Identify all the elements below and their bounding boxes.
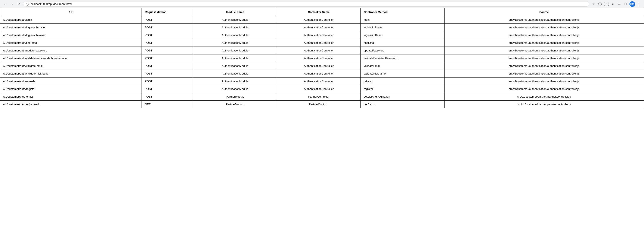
header-module-name: Module Name <box>193 8 277 16</box>
cell-request-method: GET <box>142 101 193 108</box>
cell-controller-name: AuthenticationController <box>277 70 360 77</box>
browser-actions: ☆ ◯ (→) ★ ≣ □ BM ⋮ <box>591 1 642 7</box>
table-row: /v1/customer/partner/partnerI...GETPartn… <box>0 101 644 108</box>
cell-api: /v1/customer/partner/partnerI... <box>0 101 142 108</box>
window-icon[interactable]: □ <box>623 1 628 7</box>
cell-api: /v1/customer/auth/find-email <box>0 39 142 47</box>
cell-controller-method: validateEmail <box>361 62 444 70</box>
table-row: /v1/customer/auth/validate-emailPOSTAuth… <box>0 62 644 70</box>
header-controller-method: Controller Method <box>361 8 444 16</box>
cell-controller-name: AuthenticationController <box>277 85 360 93</box>
table-row: /v1/customer/auth/registerPOSTAuthentica… <box>0 85 644 93</box>
cell-source: src/v1/customer/authentication/authentic… <box>444 31 644 39</box>
cell-api: /v1/customer/auth/refresh <box>0 77 142 85</box>
cell-controller-name: AuthenticationController <box>277 62 360 70</box>
cell-controller-method: loginWithKakao <box>361 31 444 39</box>
cell-request-method: POST <box>142 85 193 93</box>
table-row: /v1/customer/auth/refreshPOSTAuthenticat… <box>0 77 644 85</box>
cell-source: src/v1/customer/authentication/authentic… <box>444 39 644 47</box>
api-table: API Request Method Module Name Controlle… <box>0 8 644 108</box>
table-row: /v1/customer/auth/update-passwordPOSTAut… <box>0 47 644 54</box>
cell-api: /v1/customer/auth/register <box>0 85 142 93</box>
extension-icon[interactable]: ★ <box>610 1 615 7</box>
cell-api: /v1/customer/auth/update-password <box>0 47 142 54</box>
cell-source: src/v1/customer/partner/partner.controll… <box>444 101 644 108</box>
header-api: API <box>0 8 142 16</box>
cell-module-name: AuthenticationModule <box>193 54 277 62</box>
table-row: /v1/customer/auth/loginPOSTAuthenticatio… <box>0 16 644 24</box>
cell-api: /v1/customer/auth/login-with-kakao <box>0 31 142 39</box>
cell-controller-method: validateNickname <box>361 70 444 77</box>
cell-request-method: POST <box>142 70 193 77</box>
cell-source: src/v1/customer/authentication/authentic… <box>444 24 644 31</box>
cell-controller-method: login <box>361 16 444 24</box>
cell-source: src/v1/customer/authentication/authentic… <box>444 54 644 62</box>
lock-icon: ◯ <box>26 2 29 5</box>
cell-request-method: POST <box>142 54 193 62</box>
cell-request-method: POST <box>142 62 193 70</box>
browser-chrome: ← → ⟳ ◯ localhost:3000/api-document-html… <box>0 0 644 8</box>
tab-search-icon[interactable]: ≣ <box>617 1 622 7</box>
cell-request-method: POST <box>142 93 193 101</box>
cell-controller-name: AuthenticationController <box>277 24 360 31</box>
table-row: /v1/customer/auth/validate-email-and-pho… <box>0 54 644 62</box>
cell-module-name: PartnerModu... <box>193 101 277 108</box>
cell-api: /v1/customer/auth/login-with-naver <box>0 24 142 31</box>
cell-source: src/v1/customer/authentication/authentic… <box>444 70 644 77</box>
cell-api: /v1/customer/partner/list <box>0 93 142 101</box>
address-bar[interactable]: ◯ localhost:3000/api-document-html <box>23 1 589 7</box>
url-text: localhost:3000/api-document-html <box>30 2 72 5</box>
cell-controller-method: findEmail <box>361 39 444 47</box>
table-row: /v1/customer/auth/find-emailPOSTAuthenti… <box>0 39 644 47</box>
cell-controller-name: AuthenticationController <box>277 54 360 62</box>
cell-controller-method: updatePassword <box>361 47 444 54</box>
cell-controller-method: validateEmailAndPassword <box>361 54 444 62</box>
cell-module-name: AuthenticationModule <box>193 31 277 39</box>
reload-button[interactable]: ⟳ <box>16 1 22 7</box>
cell-controller-method: register <box>361 85 444 93</box>
cell-module-name: AuthenticationModule <box>193 85 277 93</box>
page-content: API Request Method Module Name Controlle… <box>0 8 644 108</box>
cell-request-method: POST <box>142 39 193 47</box>
cell-controller-name: AuthenticationController <box>277 39 360 47</box>
header-controller-name: Controller Name <box>277 8 360 16</box>
table-row: /v1/customer/auth/login-with-naverPOSTAu… <box>0 24 644 31</box>
cell-module-name: AuthenticationModule <box>193 62 277 70</box>
cell-controller-method: loginWithNaver <box>361 24 444 31</box>
cell-controller-name: AuthenticationController <box>277 16 360 24</box>
cell-api: /v1/customer/auth/validate-nickname <box>0 70 142 77</box>
history-icon[interactable]: ◯ <box>598 1 602 7</box>
cell-request-method: POST <box>142 77 193 85</box>
cell-api: /v1/customer/auth/validate-email <box>0 62 142 70</box>
cell-source: src/v1/customer/authentication/authentic… <box>444 62 644 70</box>
cell-source: src/v1/customer/authentication/authentic… <box>444 85 644 93</box>
cell-controller-method: getListAndPagination <box>361 93 444 101</box>
header-request-method: Request Method <box>142 8 193 16</box>
cell-api: /v1/customer/auth/login <box>0 16 142 24</box>
cell-module-name: AuthenticationModule <box>193 70 277 77</box>
forward-button[interactable]: → <box>10 1 14 7</box>
cell-request-method: POST <box>142 31 193 39</box>
table-header-row: API Request Method Module Name Controlle… <box>0 8 644 16</box>
cell-module-name: AuthenticationModule <box>193 77 277 85</box>
cast-icon[interactable]: (→) <box>604 1 609 7</box>
cell-request-method: POST <box>142 24 193 31</box>
cell-request-method: POST <box>142 47 193 54</box>
cell-module-name: PartnerModule <box>193 93 277 101</box>
menu-icon[interactable]: ⋮ <box>636 1 642 7</box>
back-button[interactable]: ← <box>2 1 8 7</box>
cell-source: src/v1/customer/authentication/authentic… <box>444 16 644 24</box>
cell-controller-method: getById... <box>361 101 444 108</box>
table-row: /v1/customer/partner/listPOSTPartnerModu… <box>0 93 644 101</box>
bookmark-star-icon[interactable]: ☆ <box>591 1 596 7</box>
cell-api: /v1/customer/auth/validate-email-and-pho… <box>0 54 142 62</box>
cell-source: src/v1/customer/authentication/authentic… <box>444 77 644 85</box>
cell-controller-name: AuthenticationController <box>277 77 360 85</box>
cell-controller-name: PartnerContro... <box>277 101 360 108</box>
cell-module-name: AuthenticationModule <box>193 47 277 54</box>
cell-module-name: AuthenticationModule <box>193 24 277 31</box>
cell-controller-name: AuthenticationController <box>277 31 360 39</box>
cell-module-name: AuthenticationModule <box>193 39 277 47</box>
header-source: Source <box>444 8 644 16</box>
profile-button[interactable]: BM <box>630 1 635 7</box>
